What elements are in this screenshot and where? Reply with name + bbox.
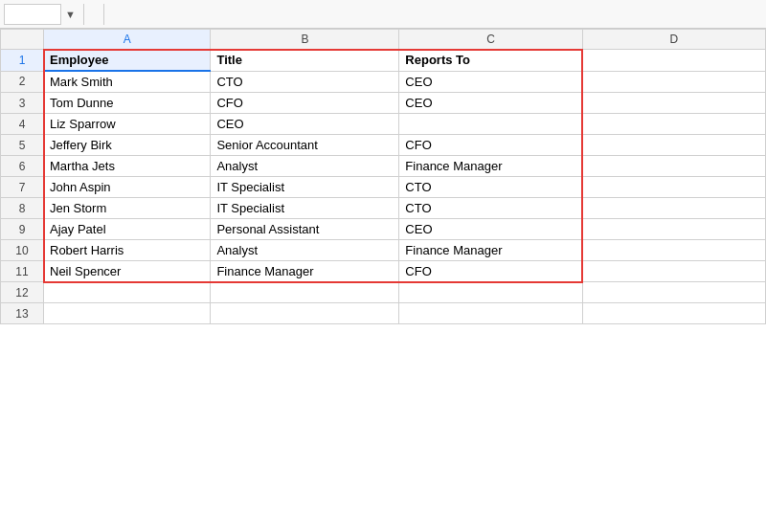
formula-divider2: [103, 4, 104, 25]
cell-reference-box[interactable]: [4, 4, 61, 25]
cell-D6[interactable]: [582, 156, 765, 177]
cell-B10[interactable]: Analyst: [211, 240, 399, 261]
row-num-4[interactable]: 4: [1, 114, 44, 135]
cell-D9[interactable]: [582, 219, 765, 240]
row-num-5[interactable]: 5: [1, 135, 44, 156]
cell-D8[interactable]: [582, 198, 765, 219]
row-num-12[interactable]: 12: [1, 282, 44, 303]
cell-C2[interactable]: CEO: [399, 71, 582, 93]
row-num-7[interactable]: 7: [1, 177, 44, 198]
row-num-6[interactable]: 6: [1, 156, 44, 177]
cell-D5[interactable]: [582, 135, 765, 156]
cell-C8[interactable]: CTO: [399, 198, 582, 219]
row-num-1[interactable]: 1: [1, 50, 44, 72]
cell-B5[interactable]: Senior Accountant: [211, 135, 399, 156]
cell-D13[interactable]: [582, 303, 765, 324]
cell-C13[interactable]: [399, 303, 582, 324]
cell-C6[interactable]: Finance Manager: [399, 156, 582, 177]
table-row: 9Ajay PatelPersonal AssistantCEO: [1, 219, 766, 240]
grid-container[interactable]: ABCD 1EmployeeTitleReports To2Mark Smith…: [0, 29, 766, 324]
table-row: 1EmployeeTitleReports To: [1, 50, 766, 72]
cell-B12[interactable]: [211, 282, 399, 303]
cell-B2[interactable]: CTO: [211, 71, 399, 93]
row-num-3[interactable]: 3: [1, 93, 44, 114]
row-num-8[interactable]: 8: [1, 198, 44, 219]
cell-A11[interactable]: Neil Spencer: [44, 261, 211, 282]
cell-A5[interactable]: Jeffery Birk: [44, 135, 211, 156]
col-header-A[interactable]: A: [44, 30, 211, 50]
cell-C10[interactable]: Finance Manager: [399, 240, 582, 261]
cell-C11[interactable]: CFO: [399, 261, 582, 282]
cell-A3[interactable]: Tom Dunne: [44, 93, 211, 114]
cell-B9[interactable]: Personal Assistant: [211, 219, 399, 240]
table-row: 11Neil SpencerFinance ManagerCFO: [1, 261, 766, 282]
cell-A10[interactable]: Robert Harris: [44, 240, 211, 261]
cell-B8[interactable]: IT Specialist: [211, 198, 399, 219]
col-header-C[interactable]: C: [399, 30, 582, 50]
cell-B11[interactable]: Finance Manager: [211, 261, 399, 282]
spreadsheet-table: ABCD 1EmployeeTitleReports To2Mark Smith…: [0, 29, 766, 324]
cell-D1[interactable]: [582, 50, 765, 72]
cell-B3[interactable]: CFO: [211, 93, 399, 114]
cell-A7[interactable]: John Aspin: [44, 177, 211, 198]
cell-C4[interactable]: [399, 114, 582, 135]
row-num-13[interactable]: 13: [1, 303, 44, 324]
cell-D12[interactable]: [582, 282, 765, 303]
table-row: 5Jeffery BirkSenior AccountantCFO: [1, 135, 766, 156]
formula-bar: ▼: [0, 0, 766, 29]
cell-A4[interactable]: Liz Sparrow: [44, 114, 211, 135]
table-row: 4Liz SparrowCEO: [1, 114, 766, 135]
cell-B1[interactable]: Title: [211, 50, 399, 72]
cell-C7[interactable]: CTO: [399, 177, 582, 198]
table-row: 8Jen StormIT SpecialistCTO: [1, 198, 766, 219]
table-body: 1EmployeeTitleReports To2Mark SmithCTOCE…: [1, 50, 766, 324]
dropdown-arrow-icon[interactable]: ▼: [65, 9, 76, 20]
cell-D3[interactable]: [582, 93, 765, 114]
cell-A6[interactable]: Martha Jets: [44, 156, 211, 177]
cell-A8[interactable]: Jen Storm: [44, 198, 211, 219]
table-row: 13: [1, 303, 766, 324]
spreadsheet-wrapper: ABCD 1EmployeeTitleReports To2Mark Smith…: [0, 29, 766, 324]
cell-D2[interactable]: [582, 71, 765, 93]
table-row: 6Martha JetsAnalystFinance Manager: [1, 156, 766, 177]
row-num-2[interactable]: 2: [1, 71, 44, 93]
cell-C3[interactable]: CEO: [399, 93, 582, 114]
cell-A12[interactable]: [44, 282, 211, 303]
col-header-B[interactable]: B: [211, 30, 399, 50]
cell-B13[interactable]: [211, 303, 399, 324]
column-header-row: ABCD: [1, 30, 766, 50]
row-num-10[interactable]: 10: [1, 240, 44, 261]
cell-B6[interactable]: Analyst: [211, 156, 399, 177]
cell-D11[interactable]: [582, 261, 765, 282]
table-row: 2Mark SmithCTOCEO: [1, 71, 766, 93]
cell-D7[interactable]: [582, 177, 765, 198]
cell-C1[interactable]: Reports To: [399, 50, 582, 72]
cell-B7[interactable]: IT Specialist: [211, 177, 399, 198]
cell-C9[interactable]: CEO: [399, 219, 582, 240]
cell-A1[interactable]: Employee: [44, 50, 211, 72]
cell-C12[interactable]: [399, 282, 582, 303]
cell-A2[interactable]: Mark Smith: [44, 71, 211, 93]
row-num-11[interactable]: 11: [1, 261, 44, 282]
table-row: 10Robert HarrisAnalystFinance Manager: [1, 240, 766, 261]
formula-divider: [83, 4, 84, 25]
table-row: 12: [1, 282, 766, 303]
col-header-corner[interactable]: [1, 30, 44, 50]
cell-C5[interactable]: CFO: [399, 135, 582, 156]
table-row: 7John AspinIT SpecialistCTO: [1, 177, 766, 198]
cell-A13[interactable]: [44, 303, 211, 324]
table-row: 3Tom DunneCFOCEO: [1, 93, 766, 114]
cell-B4[interactable]: CEO: [211, 114, 399, 135]
cell-D4[interactable]: [582, 114, 765, 135]
row-num-9[interactable]: 9: [1, 219, 44, 240]
col-header-D[interactable]: D: [582, 30, 765, 50]
cell-A9[interactable]: Ajay Patel: [44, 219, 211, 240]
cell-D10[interactable]: [582, 240, 765, 261]
